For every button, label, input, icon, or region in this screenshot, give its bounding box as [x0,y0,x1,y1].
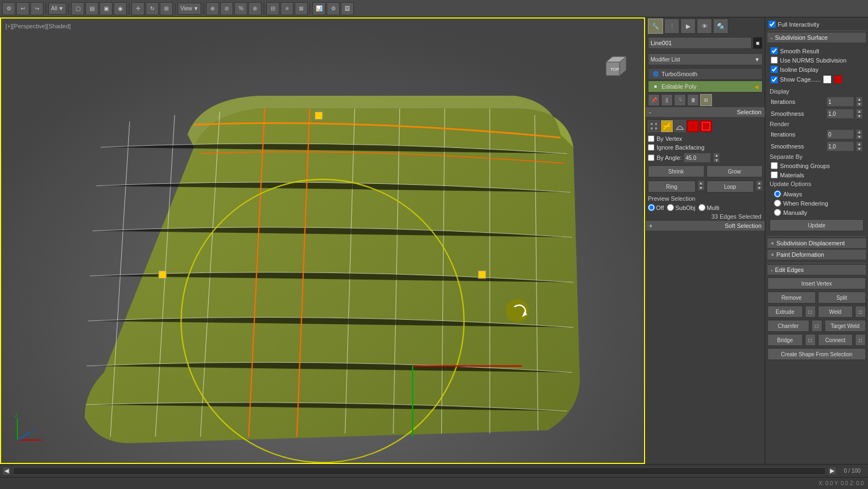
loop-down[interactable]: ▼ [756,185,763,190]
view-dropdown[interactable]: View ▼ [178,3,201,15]
target-weld-btn[interactable]: Target Weld [825,320,866,332]
viewport[interactable]: [+][Perspective][Shaded] [0,17,645,464]
iterations-up[interactable]: ▲ [856,97,863,102]
ring-down[interactable]: ▼ [698,185,704,190]
loop-btn[interactable]: Loop [707,181,754,193]
timeline-track[interactable] [13,467,826,475]
object-name-input[interactable] [648,37,752,49]
rotate-btn[interactable]: ↻ [146,2,159,15]
smoothness-input[interactable] [827,109,854,119]
extrude-btn[interactable]: Extrude [767,306,803,318]
by-angle-input[interactable] [684,153,711,163]
update-manually-radio[interactable] [774,209,781,216]
subdivision-displacement-title[interactable]: + Subdivision Displacement [767,238,866,248]
element-mode-icon[interactable] [700,120,712,132]
smooth-result-checkbox[interactable] [771,47,778,54]
isoline-checkbox[interactable] [771,66,778,73]
ring-btn[interactable]: Ring [648,181,696,193]
update-always-radio[interactable] [774,190,781,197]
next-frame-btn[interactable]: ▶ [828,467,836,475]
modifier-tab-btn[interactable]: 🔧 [648,18,663,34]
shrink-btn[interactable]: Shrink [648,165,704,177]
hierarchy-tab-btn[interactable]: ⋮ [664,18,679,34]
update-btn[interactable]: Update [770,219,864,231]
cage-color-white[interactable] [823,75,832,84]
smoothness-down[interactable]: ▼ [856,114,863,119]
remove-btn[interactable]: Remove [767,292,816,304]
edge-mode-icon[interactable] [661,120,673,132]
show-cage-checkbox[interactable] [771,76,778,83]
preview-off-radio[interactable] [648,204,655,211]
render-setup-btn[interactable]: ⚙ [327,2,340,15]
insert-vertex-btn[interactable]: Insert Vertex [767,277,866,289]
configure-btn[interactable]: ⊞ [700,94,712,106]
lock-icon[interactable]: ■ [753,37,763,49]
move-btn[interactable]: ✛ [132,2,145,15]
grow-btn[interactable]: Grow [707,165,763,177]
select-paint-btn[interactable]: ◉ [114,2,127,15]
bridge-btn[interactable]: Bridge [767,334,803,346]
weld-btn[interactable]: Weld [818,306,853,318]
spinner-snap-btn[interactable]: ⊛ [248,2,261,15]
full-interactivity-checkbox[interactable] [769,21,776,28]
materials-checkbox[interactable] [771,171,778,178]
mirror-btn[interactable]: ⊟ [266,2,279,15]
viewport-cube[interactable]: TOP [601,51,633,84]
layer-btn[interactable]: ⊠ [295,2,308,15]
render-smoothness-up[interactable]: ▲ [856,141,863,146]
cage-color-red[interactable] [834,75,842,84]
angle-snap-btn[interactable]: ⊘ [220,2,233,15]
render-iterations-input[interactable] [827,129,854,139]
preview-multi-radio[interactable] [698,204,705,211]
preview-subobj-radio[interactable] [667,204,674,211]
motion-tab-btn[interactable]: ▶ [680,18,696,34]
by-angle-up[interactable]: ▲ [713,153,720,158]
bridge-settings-btn[interactable]: □ [805,334,816,346]
polygon-mode-icon[interactable] [687,120,699,132]
modifier-list-dropdown[interactable]: Modifier List ▼ [648,53,763,65]
toolbar-icon-2[interactable]: ↩ [16,2,29,15]
render-smoothness-down[interactable]: ▼ [856,146,863,151]
select-lasso-btn[interactable]: ▣ [99,2,113,15]
smoothing-groups-checkbox[interactable] [771,162,778,169]
turbosmoooth-modifier[interactable]: 🌀 TurboSmooth [648,68,763,80]
extrude-settings-btn[interactable]: □ [805,306,816,318]
by-angle-down[interactable]: ▼ [713,158,720,163]
toolbar-icon-3[interactable]: ↪ [30,2,43,15]
weld-settings-btn[interactable]: □ [855,306,866,318]
collapse-btn[interactable]: └ [674,94,686,106]
create-shape-btn[interactable]: Create Shape From Selection [767,348,866,360]
render-smoothness-input[interactable] [827,141,854,151]
connect-settings-btn[interactable]: □ [855,334,866,346]
ignore-backfacing-checkbox[interactable] [648,144,654,151]
vertex-mode-icon[interactable] [648,120,660,132]
update-rendering-radio[interactable] [774,200,781,207]
align-btn[interactable]: ≡ [280,2,294,15]
chamfer-btn[interactable]: Chamfer [767,320,809,332]
scale-btn[interactable]: ⊞ [160,2,173,15]
chamfer-settings-btn[interactable]: □ [811,320,822,332]
select-tool-btn[interactable]: ▢ [71,2,84,15]
trash-btn[interactable]: 🗑 [687,94,699,106]
prev-frame-btn[interactable]: ◀ [2,467,11,475]
utilities-tab-btn[interactable]: 🔩 [713,18,728,34]
render-iterations-down[interactable]: ▼ [856,134,863,139]
use-nurms-checkbox[interactable] [771,57,778,64]
render-btn[interactable]: 🖼 [341,2,354,15]
ring-up[interactable]: ▲ [698,181,704,185]
border-mode-icon[interactable] [674,120,686,132]
subdivision-surface-title[interactable]: - Subdivision Surface [767,33,866,42]
toolbar-icon-1[interactable]: ⚙ [2,2,15,15]
edit-edges-title[interactable]: - Edit Edges [767,265,866,275]
smoothness-up[interactable]: ▲ [856,109,863,114]
select-region-btn[interactable]: ▤ [85,2,98,15]
by-angle-checkbox[interactable] [648,154,654,161]
snap-btn[interactable]: ⊕ [206,2,219,15]
split-btn[interactable]: Split [818,292,866,304]
render-iterations-up[interactable]: ▲ [856,129,863,134]
percent-snap-btn[interactable]: % [234,2,247,15]
display-tab-btn[interactable]: 👁 [697,18,712,34]
pin-stack-btn[interactable]: 📌 [648,94,660,106]
by-vertex-checkbox[interactable] [648,135,654,142]
editable-poly-modifier[interactable]: ■ Editable Poly ◀ [648,81,763,92]
